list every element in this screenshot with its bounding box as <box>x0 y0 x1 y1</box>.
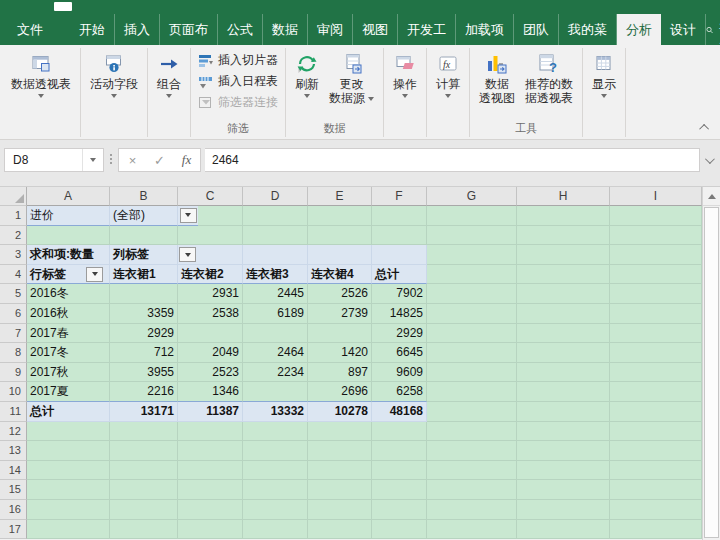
tab-addins[interactable]: 加载项 <box>456 14 514 45</box>
name-box-dropdown[interactable] <box>82 149 103 171</box>
cell[interactable] <box>308 520 372 540</box>
cell[interactable] <box>427 226 517 246</box>
cell[interactable] <box>427 363 517 383</box>
cancel-button[interactable]: × <box>119 153 146 168</box>
cell-A6[interactable]: 2016秋 <box>27 304 110 324</box>
show-button[interactable]: 显示 <box>587 49 621 100</box>
cell[interactable] <box>427 206 517 226</box>
cell[interactable] <box>308 245 372 265</box>
cell-F4[interactable]: 总计 <box>372 265 427 285</box>
cell[interactable] <box>427 500 517 520</box>
cell-E6[interactable]: 2739 <box>308 304 372 324</box>
cell-B4[interactable]: 连衣裙1 <box>110 265 178 285</box>
cell[interactable] <box>308 461 372 481</box>
cell-C6[interactable]: 2538 <box>178 304 243 324</box>
cell-F7[interactable]: 2929 <box>372 324 427 344</box>
cell[interactable] <box>517 284 610 304</box>
enter-button[interactable]: ✓ <box>146 153 173 168</box>
cell[interactable] <box>372 245 427 265</box>
change-data-source-button[interactable]: 更改 数据源 <box>324 49 379 107</box>
cell-B9[interactable]: 3955 <box>110 363 178 383</box>
collapse-ribbon-button[interactable] <box>698 121 712 133</box>
cell[interactable] <box>517 520 610 540</box>
cell[interactable] <box>110 461 178 481</box>
cell[interactable] <box>27 226 110 246</box>
cell[interactable] <box>308 226 372 246</box>
cell[interactable] <box>308 422 372 442</box>
cell[interactable] <box>110 520 178 540</box>
cell-D8-selected[interactable]: 2464 <box>243 343 308 363</box>
row-header-14[interactable]: 14 <box>0 461 27 481</box>
cell[interactable] <box>427 284 517 304</box>
col-header-A[interactable]: A <box>27 187 110 206</box>
cell[interactable] <box>308 441 372 461</box>
row-header-16[interactable]: 16 <box>0 500 27 520</box>
cell-D6[interactable]: 6189 <box>243 304 308 324</box>
cell-E9[interactable]: 897 <box>308 363 372 383</box>
cell[interactable] <box>610 324 702 344</box>
cell[interactable] <box>110 500 178 520</box>
insert-timeline-button[interactable]: 插入日程表 <box>195 71 281 92</box>
cell[interactable] <box>372 226 427 246</box>
cell-C4[interactable]: 连衣裙2 <box>178 265 243 285</box>
cell[interactable] <box>610 206 702 226</box>
cell-C7[interactable] <box>178 324 243 344</box>
insert-slicer-button[interactable]: 插入切片器 <box>195 50 281 71</box>
cell[interactable] <box>243 500 308 520</box>
cell-B5[interactable] <box>110 284 178 304</box>
cell[interactable] <box>517 402 610 422</box>
cell-A8[interactable]: 2017冬 <box>27 343 110 363</box>
cell[interactable] <box>610 284 702 304</box>
cell[interactable] <box>610 461 702 481</box>
cell[interactable] <box>610 422 702 442</box>
cell[interactable] <box>178 422 243 442</box>
row-header-9[interactable]: 9 <box>0 363 27 383</box>
col-header-C[interactable]: C <box>178 187 243 206</box>
cell-E8[interactable]: 1420 <box>308 343 372 363</box>
tab-developer[interactable]: 开发工 <box>398 14 456 45</box>
cell[interactable] <box>110 441 178 461</box>
cell[interactable] <box>372 461 427 481</box>
cell[interactable] <box>27 422 110 442</box>
cell[interactable] <box>610 304 702 324</box>
group-label-tools[interactable]: 工具 <box>515 121 537 137</box>
cell-A9[interactable]: 2017秋 <box>27 363 110 383</box>
row-header-11[interactable]: 11 <box>0 402 27 422</box>
cell[interactable] <box>517 363 610 383</box>
cell[interactable] <box>517 480 610 500</box>
cell[interactable] <box>27 520 110 540</box>
tab-my-menu[interactable]: 我的菜 <box>559 14 617 45</box>
col-header-I[interactable]: I <box>610 187 702 206</box>
cell[interactable] <box>610 382 702 402</box>
cell-A7[interactable]: 2017春 <box>27 324 110 344</box>
cell-C8[interactable]: 2049 <box>178 343 243 363</box>
tab-view[interactable]: 视图 <box>353 14 398 45</box>
cell[interactable] <box>27 461 110 481</box>
tab-data[interactable]: 数据 <box>263 14 308 45</box>
cell-F9[interactable]: 9609 <box>372 363 427 383</box>
col-header-H[interactable]: H <box>517 187 610 206</box>
tab-page-layout[interactable]: 页面布 <box>160 14 218 45</box>
row-header-7[interactable]: 7 <box>0 324 27 344</box>
cell[interactable] <box>243 480 308 500</box>
row-header-4[interactable]: 4 <box>0 265 27 285</box>
cell-C5[interactable]: 2931 <box>178 284 243 304</box>
cell[interactable] <box>610 520 702 540</box>
cell[interactable] <box>517 461 610 481</box>
cell[interactable] <box>610 480 702 500</box>
tab-design[interactable]: 设计 <box>661 14 706 45</box>
tab-home[interactable]: 开始 <box>70 14 115 45</box>
cell[interactable] <box>517 382 610 402</box>
cell[interactable] <box>610 265 702 285</box>
cell-F6[interactable]: 14825 <box>372 304 427 324</box>
col-header-E[interactable]: E <box>308 187 372 206</box>
expand-formula-bar-button[interactable] <box>700 148 716 172</box>
cell-F5[interactable]: 7902 <box>372 284 427 304</box>
row-header-5[interactable]: 5 <box>0 284 27 304</box>
cell[interactable] <box>178 226 243 246</box>
cell[interactable] <box>517 343 610 363</box>
group-label-data[interactable]: 数据 <box>324 121 346 137</box>
cell-A4-row-labels[interactable]: 行标签 <box>27 265 110 285</box>
cell-F8[interactable]: 6645 <box>372 343 427 363</box>
cell[interactable] <box>243 461 308 481</box>
